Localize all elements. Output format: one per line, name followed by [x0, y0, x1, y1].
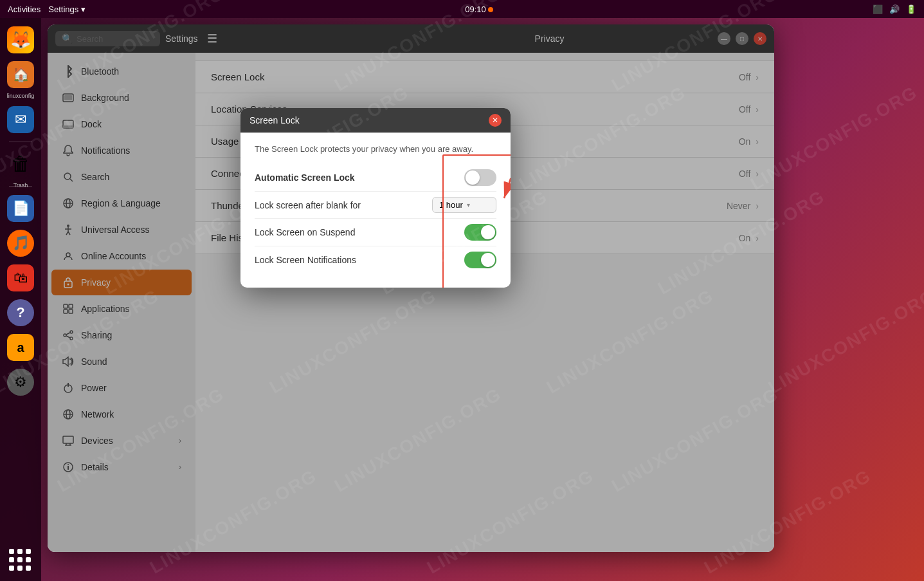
dock-trash[interactable]: 🗑 Trash	[5, 149, 36, 180]
dialog-row-auto-lock: Automatic Screen Lock	[255, 164, 496, 192]
dock-trash-label: Trash	[14, 182, 28, 189]
dialog-body: The Screen Lock protects your privacy wh…	[240, 133, 511, 288]
dock-apps-button[interactable]	[8, 548, 33, 573]
dialog-close-button[interactable]: ✕	[489, 114, 502, 127]
auto-lock-knob	[466, 171, 480, 185]
topbar-left: Activities Settings ▾	[8, 5, 86, 14]
dialog-title: Screen Lock	[249, 115, 300, 125]
modal-overlay: Screen Lock ✕ The Screen Lock protects y…	[48, 24, 774, 552]
dialog-row-blank-duration: Lock screen after blank for 1 hour ▾	[255, 192, 496, 219]
settings-window: 🔍 Settings ☰ Privacy — □ ✕ Bluetooth	[48, 24, 774, 552]
notifications-lock-toggle[interactable]	[464, 252, 496, 268]
notifications-lock-knob	[481, 253, 495, 267]
dock-thunderbird[interactable]: ✉	[5, 104, 36, 135]
topbar-clock: 09:10	[465, 5, 493, 14]
dock-separator-1	[9, 142, 32, 142]
blank-duration-value: 1 hour	[439, 200, 463, 210]
volume-icon[interactable]: 🔊	[889, 5, 900, 14]
notifications-lock-label: Lock Screen Notifications	[255, 255, 464, 265]
battery-icon: 🔋	[906, 5, 916, 14]
application-dock: 🦊 🏠 linuxconfig ✉ 🗑 Trash 📄 🎵 🛍	[0, 18, 41, 581]
auto-lock-label: Automatic Screen Lock	[255, 172, 464, 183]
dock-amazon[interactable]: a	[5, 332, 36, 363]
topbar-right: ⬛ 🔊 🔋	[873, 5, 916, 14]
dock-help[interactable]: ?	[5, 297, 36, 328]
dock-app-center[interactable]: 🛍	[5, 263, 36, 293]
suspend-lock-knob	[481, 225, 495, 239]
activities-button[interactable]: Activities	[8, 5, 41, 14]
dock-linuxconfig-label: linuxconfig	[7, 93, 35, 99]
dock-settings[interactable]: ⚙	[5, 367, 36, 398]
suspend-lock-label: Lock Screen on Suspend	[255, 227, 464, 237]
blank-duration-dropdown[interactable]: 1 hour ▾	[432, 197, 496, 213]
dialog-row-suspend-lock: Lock Screen on Suspend	[255, 219, 496, 246]
suspend-lock-toggle[interactable]	[464, 224, 496, 241]
network-icon: ⬛	[873, 5, 883, 14]
dock-rhythmbox[interactable]: 🎵	[5, 228, 36, 259]
blank-duration-label: Lock screen after blank for	[255, 200, 432, 210]
screen-lock-dialog: Screen Lock ✕ The Screen Lock protects y…	[240, 108, 511, 288]
dialog-description: The Screen Lock protects your privacy wh…	[255, 144, 496, 154]
dialog-row-notifications-lock: Lock Screen Notifications	[255, 246, 496, 273]
dock-writer[interactable]: 📄	[5, 193, 36, 224]
auto-screen-lock-toggle[interactable]	[464, 169, 496, 186]
dialog-titlebar: Screen Lock ✕	[240, 108, 511, 133]
system-topbar: Activities Settings ▾ 09:10 ⬛ 🔊 🔋	[0, 0, 924, 18]
settings-menu-button[interactable]: Settings ▾	[48, 5, 86, 14]
dropdown-arrow-icon: ▾	[467, 201, 470, 208]
dock-firefox[interactable]: 🦊	[5, 24, 36, 55]
dock-linuxconfig[interactable]: 🏠 linuxconfig	[5, 59, 36, 90]
